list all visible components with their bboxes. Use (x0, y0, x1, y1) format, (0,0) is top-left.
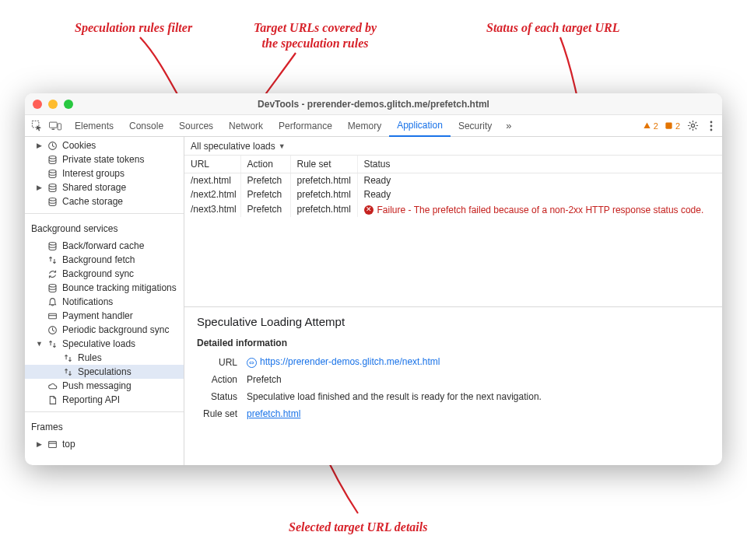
zoom-icon[interactable] (64, 100, 73, 109)
cell-action: Prefetch (240, 187, 290, 201)
tab-console[interactable]: Console (121, 115, 171, 137)
titlebar: DevTools - prerender-demos.glitch.me/pre… (25, 93, 722, 115)
cell-status: ✕Failure - The prefetch failed because o… (357, 201, 722, 217)
details-action-label: Action (197, 374, 237, 385)
svg-line-11 (695, 128, 696, 130)
sidebar-item-top[interactable]: ▶top (25, 437, 184, 451)
cell-url: /next3.html (184, 201, 240, 217)
sidebar-item-periodic-background-sync[interactable]: Periodic background sync (25, 323, 184, 337)
svg-rect-3 (58, 123, 61, 129)
kebab-icon[interactable] (705, 120, 717, 132)
sidebar-item-push-messaging[interactable]: Push messaging (25, 379, 184, 393)
column-header-action[interactable]: Action (240, 156, 290, 173)
column-header-status[interactable]: Status (357, 156, 722, 173)
details-status-label: Status (197, 391, 237, 402)
inspect-icon[interactable] (30, 119, 44, 133)
warnings-count: 2 (654, 121, 658, 131)
db-icon (47, 196, 58, 207)
svg-point-5 (691, 124, 694, 127)
sidebar-item-private-state-tokens[interactable]: Private state tokens (25, 152, 184, 166)
sidebar-item-speculative-loads[interactable]: ▼Speculative loads (25, 337, 184, 351)
sidebar-item-label: Shared storage (62, 182, 126, 193)
cell-ruleset: prefetch.html (290, 187, 357, 201)
column-header-url[interactable]: URL (184, 156, 240, 173)
table-row[interactable]: /next2.htmlPrefetchprefetch.htmlReady (184, 187, 722, 201)
clock-icon (47, 324, 58, 335)
svg-point-15 (710, 124, 713, 127)
svg-rect-4 (665, 122, 672, 128)
filter-bar[interactable]: All speculative loads ▼ (184, 137, 722, 156)
sidebar-item-label: Cache storage (62, 196, 123, 207)
tab-network[interactable]: Network (221, 115, 271, 137)
sidebar-item-background-sync[interactable]: Background sync (25, 267, 184, 281)
tab-security[interactable]: Security (451, 115, 500, 137)
tab-sources[interactable]: Sources (171, 115, 221, 137)
details-url-link[interactable]: https://prerender-demos.glitch.me/next.h… (260, 356, 440, 367)
sidebar-group-frames: Frames (25, 415, 184, 436)
sidebar-item-payment-handler[interactable]: Payment handler (25, 309, 184, 323)
svg-rect-24 (48, 313, 56, 319)
sidebar-item-label: Interest groups (62, 168, 124, 179)
details-action-value: Prefetch (247, 374, 282, 385)
sidebar-item-back-forward-cache[interactable]: Back/forward cache (25, 239, 184, 253)
sidebar-item-label: Cookies (62, 140, 96, 151)
devtools-window: DevTools - prerender-demos.glitch.me/pre… (25, 93, 722, 465)
svg-point-22 (49, 242, 56, 245)
gear-icon[interactable] (686, 120, 699, 132)
sidebar-item-speculations[interactable]: Speculations (25, 365, 184, 379)
sidebar-item-reporting-api[interactable]: Reporting API (25, 393, 184, 407)
sidebar-item-label: Notifications (62, 296, 113, 307)
close-icon[interactable] (33, 100, 42, 109)
svg-rect-27 (48, 441, 56, 447)
speculations-table: URLActionRule setStatus /next.htmlPrefet… (184, 156, 722, 307)
svg-point-14 (710, 121, 713, 123)
device-icon[interactable] (48, 119, 62, 133)
cell-url: /next2.html (184, 187, 240, 201)
more-tabs-icon[interactable]: » (501, 120, 516, 131)
devtools-toolbar: ElementsConsoleSourcesNetworkPerformance… (25, 115, 722, 137)
bell-icon (47, 296, 58, 307)
details-pane: Speculative Loading Attempt Detailed inf… (184, 307, 722, 465)
tab-performance[interactable]: Performance (271, 115, 340, 137)
sidebar-item-cookies[interactable]: ▶Cookies (25, 138, 184, 152)
updown-icon (47, 338, 58, 349)
annotation-targets: Target URLs covered by the speculation r… (254, 20, 377, 51)
svg-rect-1 (49, 122, 57, 128)
cell-ruleset: prefetch.html (290, 201, 357, 217)
annotation-filter: Speculation rules filter (75, 20, 192, 36)
issues-badge[interactable]: 2 (665, 121, 680, 131)
frame-icon (47, 439, 58, 450)
table-row[interactable]: /next.htmlPrefetchprefetch.htmlReady (184, 173, 722, 188)
tab-memory[interactable]: Memory (340, 115, 389, 137)
warnings-badge[interactable]: 2 (643, 121, 658, 131)
sidebar-item-label: Background sync (62, 268, 134, 279)
tab-application[interactable]: Application (389, 115, 451, 137)
sidebar-item-bounce-tracking-mitigations[interactable]: Bounce tracking mitigations (25, 281, 184, 295)
annotation-status: Status of each target URL (486, 20, 620, 36)
sidebar-item-cache-storage[interactable]: Cache storage (25, 194, 184, 208)
column-header-rule-set[interactable]: Rule set (290, 156, 357, 173)
caret-icon: ▶ (36, 142, 42, 149)
sidebar-item-shared-storage[interactable]: ▶Shared storage (25, 180, 184, 194)
sidebar: ▶CookiesPrivate state tokensInterest gro… (25, 137, 184, 465)
details-ruleset-link[interactable]: prefetch.html (247, 408, 300, 419)
sidebar-item-rules[interactable]: Rules (25, 351, 184, 365)
sidebar-item-background-fetch[interactable]: Background fetch (25, 253, 184, 267)
svg-point-19 (49, 170, 56, 173)
sidebar-item-label: Speculations (78, 366, 132, 377)
minimize-icon[interactable] (48, 100, 58, 109)
sidebar-item-interest-groups[interactable]: Interest groups (25, 166, 184, 180)
svg-line-10 (689, 122, 690, 124)
sidebar-item-notifications[interactable]: Notifications (25, 295, 184, 309)
updown-icon (47, 254, 58, 265)
details-ruleset-label: Rule set (197, 408, 237, 419)
caret-icon: ▶ (36, 184, 42, 191)
cloud-icon (47, 380, 58, 391)
db-icon (47, 154, 58, 165)
tab-elements[interactable]: Elements (67, 115, 121, 137)
cell-url: /next.html (184, 173, 240, 188)
cell-status: Ready (357, 173, 722, 188)
table-row[interactable]: /next3.htmlPrefetchprefetch.html✕Failure… (184, 201, 722, 217)
svg-line-13 (695, 122, 696, 124)
details-status-value: Speculative load finished and the result… (247, 391, 542, 402)
